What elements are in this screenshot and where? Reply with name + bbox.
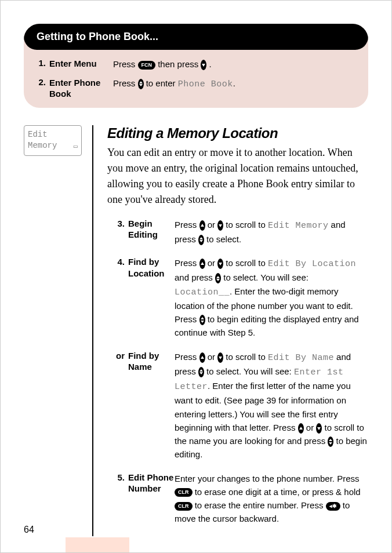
up-key-icon [199, 220, 205, 231]
proc-label: Edit Phone Number [125, 472, 175, 494]
text: or [205, 352, 218, 362]
text: Enter your changes to the phone number. … [175, 474, 360, 483]
text: Press [175, 220, 199, 230]
proc-num: 5. [107, 472, 125, 482]
up-key-icon [199, 259, 205, 269]
lcd-text: Edit Memory [268, 221, 329, 231]
proc-body: Press or to scroll to Edit Memory and pr… [175, 218, 368, 246]
page-number: 64 [24, 525, 34, 535]
select-key-icon [215, 273, 221, 283]
text: Press [113, 78, 138, 88]
lcd-line: Memory [28, 140, 78, 152]
down-key-icon [201, 60, 206, 70]
select-key-icon [328, 436, 333, 447]
proc-label: Find by Name [125, 350, 175, 373]
proc-step-or: or Find by Name Press or to scroll to Ed… [107, 350, 368, 461]
proc-label: Begin Editing [125, 218, 175, 241]
lcd-text: Edit By Location [268, 259, 356, 269]
fcn-key-icon: FCN [138, 61, 156, 70]
lcd-text: Edit By Name [268, 353, 334, 363]
text: . [233, 78, 235, 88]
step-number: 1. [30, 58, 46, 68]
step-number: 2. [30, 77, 46, 87]
lcd-text: Phone Book [178, 79, 233, 89]
text: to select. [204, 234, 241, 244]
lcd-display-box: Edit Memory ▭ [24, 125, 82, 156]
proc-body: Enter your changes to the phone number. … [175, 472, 368, 526]
text: to scroll to [223, 220, 268, 230]
lcd-line: Edit [28, 129, 78, 141]
panel-step-2: 2. Enter Phone Book Press to enter Phone… [30, 77, 362, 100]
step-body: Press to enter Phone Book. [113, 77, 362, 92]
select-key-icon [198, 235, 204, 245]
down-key-icon [217, 220, 223, 231]
text: to scroll to [223, 258, 268, 268]
header-panel: Getting to Phone Book... 1. Enter Menu P… [24, 24, 368, 108]
proc-num: 3. [107, 218, 125, 228]
text: to erase the entire number. Press [193, 500, 326, 510]
text: to select. You will see: [204, 366, 294, 376]
text: or [205, 258, 218, 268]
text: to scroll to [223, 352, 268, 362]
up-key-icon [298, 423, 304, 434]
text: then press [158, 59, 201, 69]
panel-title: Getting to Phone Book... [24, 24, 368, 50]
proc-num: or [107, 350, 125, 361]
text: Press [175, 352, 199, 362]
proc-step-5: 5. Edit Phone Number Enter your changes … [107, 472, 368, 526]
down-key-icon [316, 423, 322, 434]
proc-body: Press or to scroll to Edit By Name and p… [175, 350, 368, 461]
text: Press [113, 59, 138, 69]
down-key-icon [217, 259, 223, 269]
lcd-text: Location__ [175, 288, 230, 297]
select-key-icon [198, 367, 204, 377]
footer-color-bar [66, 537, 129, 552]
down-key-icon [217, 352, 223, 363]
text: . [209, 59, 212, 69]
proc-num: 4. [107, 256, 125, 267]
step-label: Enter Phone Book [46, 77, 113, 100]
up-key-icon [199, 352, 205, 363]
text: Press [175, 258, 199, 268]
text: to enter [146, 78, 178, 88]
select-key-icon [138, 79, 144, 89]
main-content: Edit Memory ▭ Editing a Memory Location … [24, 125, 368, 536]
text: to erase one digit at a time, or press &… [193, 487, 361, 497]
clr-key-icon: CLR [175, 502, 193, 511]
book-icon: ▭ [74, 142, 78, 152]
sidebar: Edit Memory ▭ [24, 125, 82, 156]
clr-key-icon: CLR [175, 488, 193, 497]
select-key-icon [199, 315, 205, 325]
step-label: Enter Menu [46, 58, 113, 70]
proc-step-3: 3. Begin Editing Press or to scroll to E… [107, 218, 368, 246]
article-intro: You can edit an entry or move it to anot… [107, 145, 368, 208]
text: or [304, 423, 317, 432]
proc-step-4: 4. Find by Location Press or to scroll t… [107, 256, 368, 340]
back-star-key-icon: ◂✱ [326, 502, 340, 511]
article-title: Editing a Memory Location [107, 125, 368, 141]
step-body: Press FCN then press . [113, 58, 362, 71]
panel-step-1: 1. Enter Menu Press FCN then press . [30, 58, 362, 71]
proc-body: Press or to scroll to Edit By Location a… [175, 256, 368, 340]
text: to select. You will see: [221, 272, 308, 282]
text: and press [175, 272, 215, 282]
proc-label: Find by Location [125, 256, 175, 279]
article: Editing a Memory Location You can edit a… [92, 125, 368, 536]
panel-body: 1. Enter Menu Press FCN then press . 2. … [24, 50, 368, 108]
text: or [205, 220, 218, 230]
